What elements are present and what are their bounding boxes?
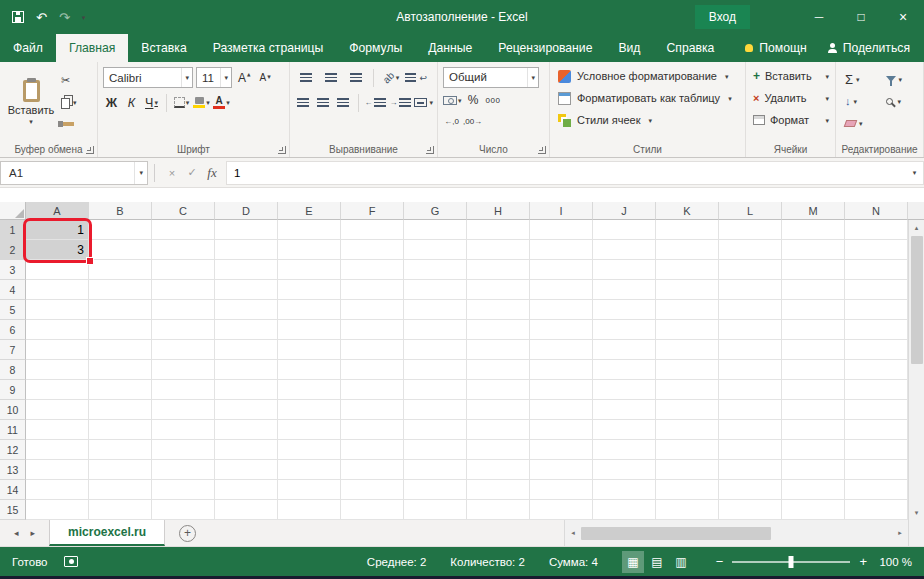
cell-K14[interactable]	[656, 480, 719, 500]
undo-icon[interactable]: ↶	[36, 11, 47, 24]
decrease-indent-button[interactable]: ←	[364, 93, 386, 113]
cell-B3[interactable]	[89, 260, 152, 280]
cell-A12[interactable]	[26, 440, 89, 460]
cell-F9[interactable]	[341, 380, 404, 400]
cell-B13[interactable]	[89, 460, 152, 480]
cell-M8[interactable]	[782, 360, 845, 380]
zoom-slider-thumb[interactable]	[789, 556, 794, 568]
cell-L12[interactable]	[719, 440, 782, 460]
increase-font-button[interactable]: А▾	[235, 71, 254, 85]
cell-E4[interactable]	[278, 280, 341, 300]
cell-C10[interactable]	[152, 400, 215, 420]
cell-G14[interactable]	[404, 480, 467, 500]
zoom-level[interactable]: 100 %	[876, 556, 912, 568]
cell-H14[interactable]	[467, 480, 530, 500]
font-size-combo[interactable]: 11 ▾	[196, 67, 232, 88]
cell-A3[interactable]	[26, 260, 89, 280]
row-header-6[interactable]: 6	[0, 320, 26, 340]
percent-format-button[interactable]: %	[465, 90, 482, 110]
enter-button[interactable]: ✓	[182, 162, 202, 184]
cell-M10[interactable]	[782, 400, 845, 420]
vertical-scrollbar[interactable]: ▴ ▾	[908, 220, 924, 520]
cell-N2[interactable]	[845, 240, 908, 260]
cell-K4[interactable]	[656, 280, 719, 300]
cell-J8[interactable]	[593, 360, 656, 380]
dialog-launcher-icon[interactable]	[426, 146, 434, 154]
cell-G13[interactable]	[404, 460, 467, 480]
cell-L8[interactable]	[719, 360, 782, 380]
cell-F14[interactable]	[341, 480, 404, 500]
cell-H4[interactable]	[467, 280, 530, 300]
cell-K12[interactable]	[656, 440, 719, 460]
column-header-B[interactable]: B	[89, 202, 152, 220]
row-header-4[interactable]: 4	[0, 280, 26, 300]
cell-C3[interactable]	[152, 260, 215, 280]
cell-B6[interactable]	[89, 320, 152, 340]
cell-I9[interactable]	[530, 380, 593, 400]
cell-M2[interactable]	[782, 240, 845, 260]
cancel-button[interactable]: ×	[162, 162, 182, 184]
share-button[interactable]: Поделиться	[827, 41, 910, 55]
cell-H8[interactable]	[467, 360, 530, 380]
cell-F2[interactable]	[341, 240, 404, 260]
previous-sheet-icon[interactable]: ◂	[14, 528, 19, 538]
cell-M11[interactable]	[782, 420, 845, 440]
cell-G9[interactable]	[404, 380, 467, 400]
cell-D4[interactable]	[215, 280, 278, 300]
format-painter-button[interactable]	[61, 115, 77, 133]
scroll-left-icon[interactable]: ◂	[565, 529, 581, 537]
font-name-combo[interactable]: Calibri ▾	[103, 67, 193, 88]
cell-G8[interactable]	[404, 360, 467, 380]
cell-K7[interactable]	[656, 340, 719, 360]
cell-A4[interactable]	[26, 280, 89, 300]
cell-N4[interactable]	[845, 280, 908, 300]
align-middle-button[interactable]	[320, 68, 342, 88]
cell-G6[interactable]	[404, 320, 467, 340]
wrap-text-button[interactable]: ↩	[405, 68, 427, 88]
underline-button[interactable]: Ч▾	[143, 93, 160, 113]
cell-F3[interactable]	[341, 260, 404, 280]
cell-G5[interactable]	[404, 300, 467, 320]
row-header-3[interactable]: 3	[0, 260, 26, 280]
cell-J9[interactable]	[593, 380, 656, 400]
cell-K1[interactable]	[656, 220, 719, 240]
cell-A10[interactable]	[26, 400, 89, 420]
cell-N1[interactable]	[845, 220, 908, 240]
cell-K5[interactable]	[656, 300, 719, 320]
column-header-H[interactable]: H	[467, 202, 530, 220]
cell-A15[interactable]	[26, 500, 89, 520]
tab-разметка-страницы[interactable]: Разметка страницы	[200, 34, 337, 62]
scroll-up-icon[interactable]: ▴	[909, 220, 924, 235]
row-header-14[interactable]: 14	[0, 480, 26, 500]
customize-qat-icon[interactable]: ▾	[82, 14, 86, 21]
format-as-table-button[interactable]: Форматировать как таблицу ▾	[555, 87, 741, 109]
cut-button[interactable]: ✂	[61, 71, 77, 89]
macro-record-icon[interactable]	[64, 556, 78, 567]
expand-formula-bar-button[interactable]: ▾	[906, 161, 924, 185]
cell-J13[interactable]	[593, 460, 656, 480]
cell-N5[interactable]	[845, 300, 908, 320]
cell-M3[interactable]	[782, 260, 845, 280]
cell-E12[interactable]	[278, 440, 341, 460]
cell-H6[interactable]	[467, 320, 530, 340]
cell-G2[interactable]	[404, 240, 467, 260]
cell-L13[interactable]	[719, 460, 782, 480]
cell-D1[interactable]	[215, 220, 278, 240]
cell-N14[interactable]	[845, 480, 908, 500]
cell-F1[interactable]	[341, 220, 404, 240]
italic-button[interactable]: К	[123, 93, 140, 113]
cell-I7[interactable]	[530, 340, 593, 360]
copy-button[interactable]: ▾	[61, 93, 77, 111]
cell-B1[interactable]	[89, 220, 152, 240]
cell-L11[interactable]	[719, 420, 782, 440]
dialog-launcher-icon[interactable]	[278, 146, 286, 154]
column-header-A[interactable]: A	[26, 202, 89, 220]
cell-B2[interactable]	[89, 240, 152, 260]
cell-M14[interactable]	[782, 480, 845, 500]
comma-format-button[interactable]: 000	[485, 90, 502, 110]
cell-D11[interactable]	[215, 420, 278, 440]
cell-N12[interactable]	[845, 440, 908, 460]
scroll-right-icon[interactable]: ▸	[892, 529, 908, 537]
cell-G10[interactable]	[404, 400, 467, 420]
cell-B11[interactable]	[89, 420, 152, 440]
